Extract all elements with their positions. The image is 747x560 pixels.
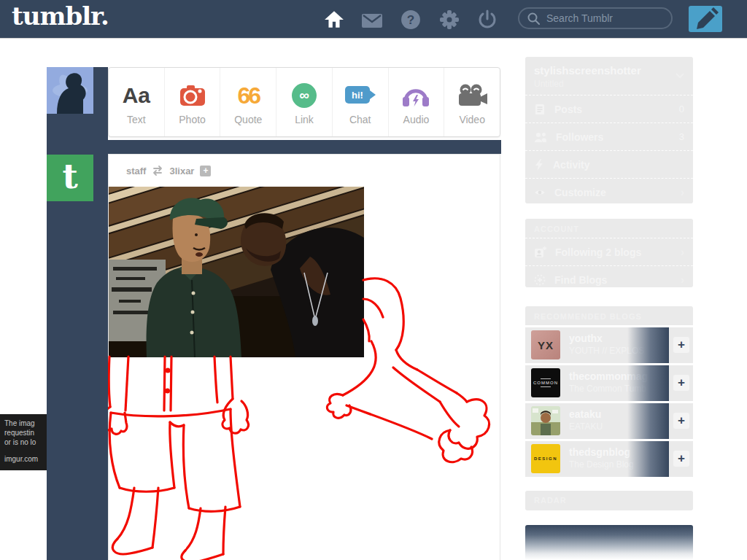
follow-blog-button[interactable]: + [673, 375, 689, 391]
posts-doc-icon [534, 104, 546, 115]
messages-icon[interactable] [362, 11, 382, 31]
blog-avatar[interactable] [531, 406, 560, 435]
pencil-icon [689, 6, 722, 32]
chevron-right-icon: › [681, 275, 684, 285]
blog-name: eataku [569, 408, 601, 420]
compose-label: Text [127, 114, 146, 125]
post-source-link[interactable]: 3lixar [169, 166, 194, 176]
sidebar-item-following[interactable]: Following 2 blogs › [525, 238, 693, 265]
headphones-icon [401, 84, 430, 107]
svg-text:hi!: hi! [352, 90, 363, 101]
blog-title: Untitled [534, 79, 684, 89]
compose-video-button[interactable]: Video [444, 68, 500, 136]
blog-description: EATAKU [569, 421, 603, 432]
settings-gear-icon[interactable] [439, 9, 460, 30]
imgur-text-line: The imag [4, 419, 47, 428]
sidebar-item-find-blogs[interactable]: Find Blogs › [525, 265, 693, 293]
chevron-down-icon [676, 73, 684, 79]
imgur-text-line: or is no lo [4, 438, 47, 447]
link-icon: ∞ [292, 83, 317, 108]
username: stylishscreenshotter [534, 64, 684, 77]
blog-cover-gradient [627, 327, 669, 363]
find-blogs-icon [534, 274, 546, 286]
text-aa-icon: Aa [123, 85, 150, 106]
sidebar-item-activity[interactable]: Activity [525, 150, 693, 178]
search-input[interactable] [545, 12, 657, 25]
blog-avatar[interactable]: COMMON [531, 368, 560, 397]
recommended-blog-row[interactable]: eataku EATAKU + [525, 403, 693, 439]
compose-chat-button[interactable]: hi! Chat [333, 68, 389, 136]
recommended-blog-row[interactable]: COMMON thecommonmag The Common Tumb + [525, 365, 693, 401]
camera-icon [179, 84, 206, 107]
sidebar-item-followers[interactable]: Followers 3 [525, 122, 693, 150]
radar-header: RADAR [525, 491, 693, 509]
followers-people-icon [534, 131, 547, 143]
sidebar-radar-card: RADAR [525, 491, 693, 510]
chevron-right-icon: › [681, 187, 684, 198]
tumblr-dashboard: tumblr. ? [0, 0, 747, 560]
search-icon [527, 12, 540, 25]
compose-link-button[interactable]: ∞ Link [276, 68, 333, 136]
imgur-text-line: requestin [4, 428, 47, 438]
recommended-blog-row[interactable]: DESIGN thedsgnblog The Design Blog + [525, 441, 693, 477]
compose-post-bar: Aa Text Photo 66 Quote ∞ Link [108, 67, 500, 137]
follow-blog-button[interactable]: + [673, 413, 689, 429]
default-avatar-silhouette-icon [47, 67, 93, 114]
sidebar-item-posts[interactable]: Posts 0 [525, 95, 693, 122]
blog-name: youthx [569, 332, 603, 344]
imgur-domain: imgur.com [4, 454, 47, 464]
follow-blog-button[interactable]: + [673, 337, 689, 353]
search-bar [518, 7, 673, 29]
activity-lightning-icon [534, 159, 544, 171]
blog-avatar[interactable]: YX [531, 330, 560, 359]
following-icon [534, 246, 546, 258]
reblog-icon [151, 166, 164, 176]
post-avatar-column: t [47, 67, 108, 560]
compose-text-button[interactable]: Aa Text [109, 68, 165, 136]
followers-count: 3 [679, 131, 684, 142]
compose-label: Photo [179, 114, 206, 125]
sidebar-item-customize[interactable]: Customize › [525, 178, 693, 206]
compose-label: Quote [234, 114, 262, 125]
home-icon[interactable] [324, 9, 344, 30]
post-header: staff 3lixar + [109, 155, 500, 187]
compose-quote-button[interactable]: 66 Quote [220, 68, 276, 136]
radar-post-preview[interactable] [525, 525, 693, 560]
compose-label: Chat [349, 114, 371, 125]
compose-label: Link [295, 114, 314, 125]
compose-label: Audio [403, 114, 430, 125]
customize-eye-icon [534, 188, 546, 197]
post-photo-image[interactable] [109, 187, 364, 357]
eataku-avatar-illustration [531, 406, 560, 435]
svg-text:?: ? [407, 12, 415, 27]
sidebar-account-card: ACCOUNT Following 2 blogs › Find Blogs › [525, 219, 693, 287]
new-post-button[interactable] [689, 6, 722, 32]
blog-description: The Design Blog [569, 459, 634, 470]
dashboard-post: staff 3lixar + [108, 154, 500, 560]
logout-power-icon[interactable] [477, 9, 498, 30]
recommended-header: RECOMMENDED BLOGS [525, 306, 693, 325]
compose-photo-button[interactable]: Photo [165, 68, 221, 136]
compose-label: Video [459, 114, 485, 125]
quote-marks-icon: 66 [238, 85, 260, 106]
account-header: ACCOUNT [525, 219, 693, 238]
compose-audio-button[interactable]: Audio [389, 68, 445, 136]
recommended-blog-row[interactable]: YX youthx YOUTH // EXPLOS + [525, 327, 693, 363]
posts-count: 0 [679, 104, 684, 114]
blog-cover-gradient [627, 403, 669, 439]
chevron-right-icon: › [681, 247, 684, 257]
tumblr-logo[interactable]: tumblr. [12, 1, 109, 31]
follow-blog-button[interactable]: + [673, 451, 689, 467]
blog-cover-gradient [627, 365, 669, 401]
chat-bubble-icon: hi! [344, 85, 376, 106]
user-avatar[interactable] [47, 67, 93, 114]
blog-avatar[interactable]: DESIGN [531, 444, 560, 473]
post-author-link[interactable]: staff [126, 166, 146, 176]
sidebar-user-header[interactable]: stylishscreenshotter Untitled [525, 57, 693, 95]
help-icon[interactable]: ? [400, 9, 421, 30]
blog-cover-gradient [627, 441, 669, 477]
imgur-removed-image: The imag requestin or is no lo imgur.com [0, 414, 47, 470]
follow-source-button[interactable]: + [200, 166, 211, 176]
staff-blog-avatar[interactable]: t [47, 155, 93, 201]
post-divider-band [107, 140, 501, 154]
